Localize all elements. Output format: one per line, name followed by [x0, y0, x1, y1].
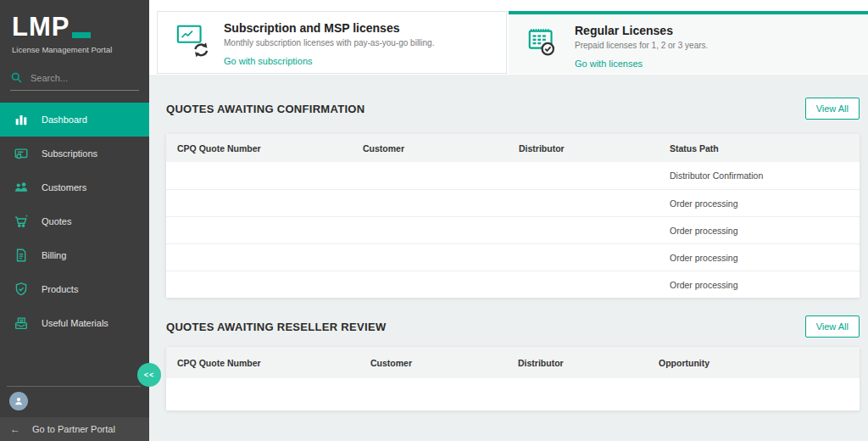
subscription-refresh-icon	[175, 21, 210, 57]
sidebar-menu: Dashboard Subscriptions Customers	[0, 103, 149, 340]
table-row[interactable]: Order processing	[166, 271, 860, 298]
sidebar-item-products[interactable]: Products	[0, 272, 149, 306]
column-header-cpq: CPQ Quote Number	[166, 358, 359, 368]
sidebar-divider	[7, 386, 141, 387]
table-row[interactable]: Order processing	[166, 189, 860, 216]
go-with-subscriptions-link[interactable]: Go with subscriptions	[224, 56, 313, 66]
tab-title: Regular Licenses	[575, 24, 708, 37]
footer-label: Go to Partner Portal	[32, 424, 115, 434]
sidebar-item-label: Subscriptions	[42, 148, 97, 159]
column-header-status-path: Status Path	[659, 143, 860, 154]
main-content: QUOTES AWAITING CONFIRMATION View All CP…	[149, 75, 868, 441]
sidebar-item-label: Products	[42, 284, 78, 294]
sidebar-item-quotes[interactable]: Quotes	[0, 204, 149, 238]
quotes-awaiting-confirmation-section: QUOTES AWAITING CONFIRMATION View All CP…	[166, 97, 860, 298]
document-icon	[13, 248, 29, 264]
user-icon	[13, 395, 25, 407]
table-row[interactable]: Distributor Confirmation	[166, 162, 860, 189]
column-header-opportunity: Opportunity	[648, 358, 860, 368]
column-header-customer: Customer	[359, 358, 507, 368]
sidebar-item-label: Billing	[42, 250, 66, 260]
column-header-cpq: CPQ Quote Number	[166, 143, 352, 154]
sidebar-item-subscriptions[interactable]: Subscriptions	[0, 137, 149, 170]
sidebar-search[interactable]	[10, 71, 139, 91]
table-cell-status: Order processing	[659, 226, 860, 236]
logo-text: LMP	[12, 14, 70, 40]
table-row[interactable]	[166, 378, 860, 410]
quotes-reseller-review-table: CPQ Quote Number Customer Distributor Op…	[166, 347, 860, 410]
shield-check-icon	[13, 282, 29, 298]
tab-description: Monthly subscription licenses with pay-a…	[224, 38, 434, 47]
sidebar: LMP License Management Portal Dashboard	[0, 0, 149, 441]
sidebar-item-label: Dashboard	[42, 114, 87, 125]
sidebar-item-billing[interactable]: Billing	[0, 238, 149, 272]
logo[interactable]: LMP License Management Portal	[0, 0, 149, 54]
sidebar-item-dashboard[interactable]: Dashboard	[0, 103, 149, 137]
table-row[interactable]: Order processing	[166, 243, 860, 271]
tab-description: Prepaid licenses for 1, 2 or 3 years.	[575, 41, 708, 50]
logo-underscore-mark	[72, 32, 91, 38]
back-arrow-icon: ←	[10, 423, 20, 435]
logo-subtitle: License Management Portal	[12, 45, 137, 54]
avatar[interactable]	[9, 392, 28, 410]
license-card-icon	[13, 146, 29, 162]
column-header-distributor: Distributor	[508, 143, 659, 154]
calendar-check-icon	[526, 24, 561, 59]
column-header-customer: Customer	[352, 143, 508, 154]
search-input[interactable]	[31, 73, 128, 83]
quotes-confirmation-table: CPQ Quote Number Customer Distributor St…	[166, 134, 860, 298]
bar-chart-icon	[13, 112, 29, 128]
table-cell-status: Order processing	[659, 253, 860, 263]
sidebar-item-label: Customers	[42, 182, 86, 193]
quotes-awaiting-reseller-review-section: QUOTES AWAITING RESELLER REVIEW View All…	[166, 315, 860, 410]
tab-subscription-msp[interactable]: Subscription and MSP licenses Monthly su…	[157, 11, 507, 74]
section-title-confirmation: QUOTES AWAITING CONFIRMATION	[166, 103, 364, 115]
table-header-row: CPQ Quote Number Customer Distributor St…	[166, 134, 860, 162]
view-all-button-confirmation[interactable]: View All	[805, 98, 860, 120]
table-header-row: CPQ Quote Number Customer Distributor Op…	[166, 347, 860, 378]
license-type-tabs: Subscription and MSP licenses Monthly su…	[149, 0, 868, 75]
sidebar-item-customers[interactable]: Customers	[0, 170, 149, 204]
table-cell-status: Order processing	[659, 280, 860, 290]
cart-icon	[13, 214, 29, 230]
archive-box-icon	[13, 315, 29, 332]
table-row[interactable]: Order processing	[166, 216, 860, 243]
sidebar-item-label: Useful Materials	[42, 318, 108, 328]
table-cell-status: Distributor Confirmation	[659, 170, 860, 181]
sidebar-collapse-button[interactable]: <<	[137, 363, 161, 387]
column-header-distributor: Distributor	[507, 358, 648, 368]
go-to-partner-portal[interactable]: ← Go to Partner Portal	[0, 417, 149, 441]
sidebar-item-useful-materials[interactable]: Useful Materials	[0, 306, 149, 340]
search-icon	[10, 71, 23, 84]
tab-title: Subscription and MSP licenses	[224, 21, 434, 35]
table-cell-status: Order processing	[659, 198, 860, 209]
sidebar-item-label: Quotes	[42, 216, 71, 226]
section-title-reseller-review: QUOTES AWAITING RESELLER REVIEW	[166, 321, 386, 333]
go-with-licenses-link[interactable]: Go with licenses	[575, 59, 643, 69]
view-all-button-reseller-review[interactable]: View All	[805, 315, 860, 338]
tab-regular-licenses[interactable]: Regular Licenses Prepaid licenses for 1,…	[509, 11, 868, 74]
people-icon	[13, 180, 29, 196]
